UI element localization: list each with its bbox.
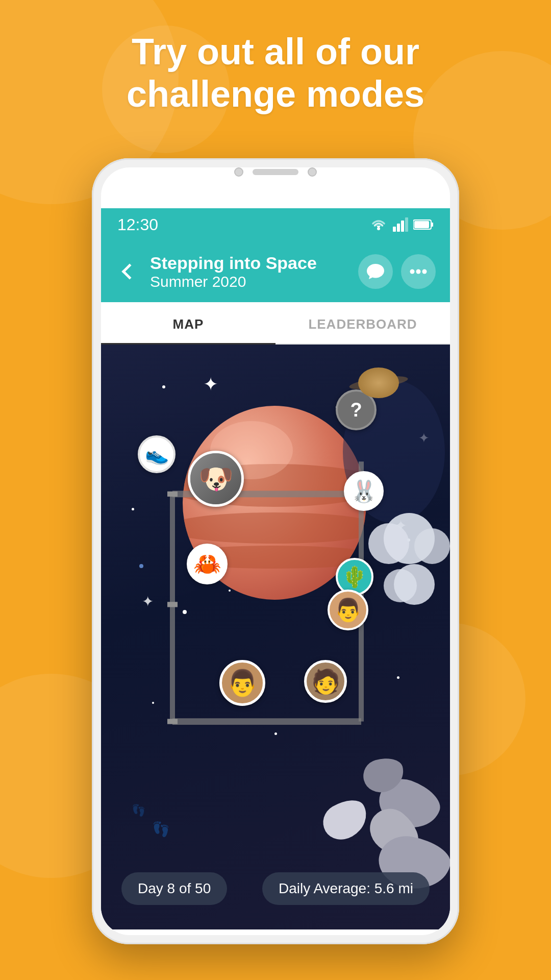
svg-rect-2 — [397, 224, 400, 232]
daily-avg-badge: Daily Average: 5.6 mi — [262, 872, 430, 905]
svg-point-8 — [410, 270, 415, 274]
back-arrow-icon — [121, 263, 137, 279]
tabs: MAP LEADERBOARD — [101, 302, 450, 345]
back-button[interactable] — [115, 259, 140, 284]
node-avatar-man1[interactable]: 👨 — [328, 590, 368, 630]
svg-rect-3 — [401, 220, 404, 232]
wifi-icon — [369, 217, 388, 232]
app-screen: 12:30 — [101, 208, 450, 935]
svg-point-9 — [416, 270, 421, 274]
svg-rect-1 — [393, 227, 396, 232]
tab-map[interactable]: MAP — [101, 302, 276, 344]
more-options-button[interactable] — [401, 254, 436, 289]
node-avatar-dog[interactable]: 🐶 — [188, 451, 244, 507]
chat-button[interactable] — [358, 254, 393, 289]
tab-leaderboard[interactable]: LEADERBOARD — [276, 302, 450, 344]
node-avatar-man2[interactable]: 👨 — [219, 660, 265, 706]
promo-header: Try out all of our challenge modes — [0, 31, 551, 115]
challenge-title: Stepping into Space Summer 2020 — [150, 253, 348, 290]
header-actions — [358, 254, 436, 289]
footprint-icon: 👣 — [152, 821, 170, 838]
svg-point-0 — [377, 227, 380, 230]
status-bar: 12:30 — [101, 208, 450, 241]
battery-icon — [413, 219, 434, 230]
node-avatar-shoe[interactable]: 👟 — [138, 435, 176, 473]
app-header: Stepping into Space Summer 2020 — [101, 241, 450, 302]
day-badge: Day 8 of 50 — [121, 872, 227, 905]
status-time: 12:30 — [117, 215, 158, 234]
signal-icon — [393, 217, 408, 232]
promo-line1: Try out all of our — [41, 31, 510, 73]
camera-left — [234, 167, 243, 177]
status-icons — [369, 217, 434, 232]
chat-icon — [366, 263, 385, 280]
node-avatar-crab[interactable]: 🦀 — [187, 544, 228, 584]
bottom-badges: Day 8 of 50 Daily Average: 5.6 mi — [101, 872, 450, 905]
node-avatar-man3[interactable]: 🧑 — [304, 660, 347, 703]
phone-screen: 12:30 — [101, 167, 450, 935]
more-icon — [410, 269, 427, 274]
camera-right — [308, 167, 317, 177]
svg-rect-4 — [405, 217, 408, 232]
promo-line2: challenge modes — [41, 73, 510, 115]
svg-rect-6 — [431, 223, 433, 227]
challenge-subtitle: Summer 2020 — [150, 273, 348, 290]
footprint-icon: 👣 — [132, 804, 145, 817]
node-avatar-rabbit[interactable]: 🐰 — [344, 471, 384, 511]
svg-point-10 — [422, 270, 427, 274]
cloud-shape-2 — [384, 564, 450, 610]
phone-mockup: 12:30 — [92, 158, 459, 944]
saturn-planet — [358, 368, 399, 398]
challenge-name: Stepping into Space — [150, 253, 348, 273]
speaker-grill — [253, 169, 298, 175]
map-area: ✦ ✦ ✦ ✦ — [101, 345, 450, 929]
svg-rect-7 — [414, 221, 429, 228]
